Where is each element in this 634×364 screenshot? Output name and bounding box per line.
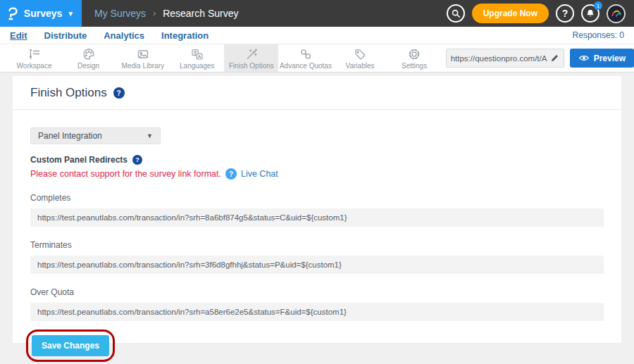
toolbar-item-media-library[interactable]: Media Library [116,44,170,72]
panel-type-dropdown[interactable]: Panel Integration ▼ [30,127,161,144]
search-icon [451,8,461,18]
tab-integration[interactable]: Integration [161,30,209,41]
terminates-field-group: Terminates [30,240,604,274]
languages-icon [190,47,204,61]
media-library-icon [136,47,150,61]
toolbar-item-finish-options[interactable]: Finish Options [224,44,278,72]
responses-count: Responses: 0 [573,30,624,40]
toolbar-item-variables[interactable]: Variables [332,44,387,72]
avatar[interactable] [607,4,626,23]
variables-tag-icon [353,47,367,61]
help-button[interactable]: ? [556,4,574,23]
notification-badge: 1 [594,1,602,10]
advance-quotas-links-icon [299,47,313,61]
product-name: Surveys [24,8,62,19]
panel-header: Finish Options ? [13,76,621,110]
survey-nav: Edit Distribute Analytics Integration Re… [0,27,634,44]
panel-body: Panel Integration ▼ Custom Panel Redirec… [13,110,621,356]
notifications-button[interactable]: 1 [581,4,599,23]
page-title: Finish Options [30,86,107,100]
terminates-url-input[interactable] [30,256,604,274]
terminates-label: Terminates [30,240,604,250]
chevron-down-icon: ▼ [67,10,74,18]
toolbar-item-languages[interactable]: Languages [170,44,224,72]
support-note-row: Please contact support for the survey li… [30,168,604,180]
search-button[interactable] [447,4,465,23]
over-quota-field-group: Over Quota [30,287,604,321]
top-header: Surveys ▼ My Surveys › Research Survey U… [0,0,634,27]
header-actions: Upgrade Now ? 1 [447,4,634,23]
completes-url-input[interactable] [30,208,604,227]
breadcrumb-separator: › [153,8,156,18]
breadcrumb-survey-name: Research Survey [163,8,238,19]
section-title: Custom Panel Redirects [30,155,128,165]
over-quota-label: Over Quota [30,287,604,297]
breadcrumb: My Surveys › Research Survey [94,8,239,19]
chevron-down-icon: ▼ [147,132,153,139]
finish-options-wand-icon [244,47,259,61]
questionpro-logo-icon [8,6,19,20]
section-help-icon[interactable]: ? [132,155,142,165]
panel-type-value: Panel Integration [38,131,102,141]
edit-toolbar: Workspace Design Media Library [0,44,634,73]
survey-url-box [446,49,564,68]
avatar-image [610,7,623,20]
help-icon: ? [562,8,568,19]
bell-icon [585,8,595,18]
completes-field-group: Completes [30,193,604,227]
toolbar-item-workspace[interactable]: Workspace [7,44,61,72]
save-changes-button[interactable]: Save Changes [32,335,109,356]
toolbar-item-settings[interactable]: Settings [387,44,442,72]
toolbar-item-advance-quotas[interactable]: Advance Quotas [278,44,332,72]
breadcrumb-my-surveys[interactable]: My Surveys [94,8,146,19]
eye-icon [578,54,590,62]
custom-panel-redirects-row: Custom Panel Redirects ? [30,155,604,165]
preview-button[interactable]: Preview [570,49,634,68]
design-palette-icon [82,47,96,61]
survey-url-input[interactable] [451,54,550,63]
save-area: Save Changes [32,335,109,356]
workspace-icon [27,47,42,61]
completes-label: Completes [30,193,604,203]
live-chat-link[interactable]: Live Chat [241,169,278,179]
tab-edit[interactable]: Edit [10,30,27,41]
live-chat-help-icon[interactable]: ? [225,168,237,180]
upgrade-now-button[interactable]: Upgrade Now [472,4,549,23]
tab-distribute[interactable]: Distribute [44,30,87,41]
edit-url-pencil-icon[interactable] [550,54,559,63]
toolbar-item-design[interactable]: Design [61,44,116,72]
title-help-icon[interactable]: ? [113,87,125,99]
tab-analytics[interactable]: Analytics [104,30,144,41]
product-menu[interactable]: Surveys ▼ [0,0,82,27]
finish-options-panel: Finish Options ? Panel Integration ▼ Cus… [13,76,621,343]
support-note: Please contact support for the survey li… [30,169,221,179]
settings-gear-icon [407,47,421,61]
over-quota-url-input[interactable] [30,303,604,321]
